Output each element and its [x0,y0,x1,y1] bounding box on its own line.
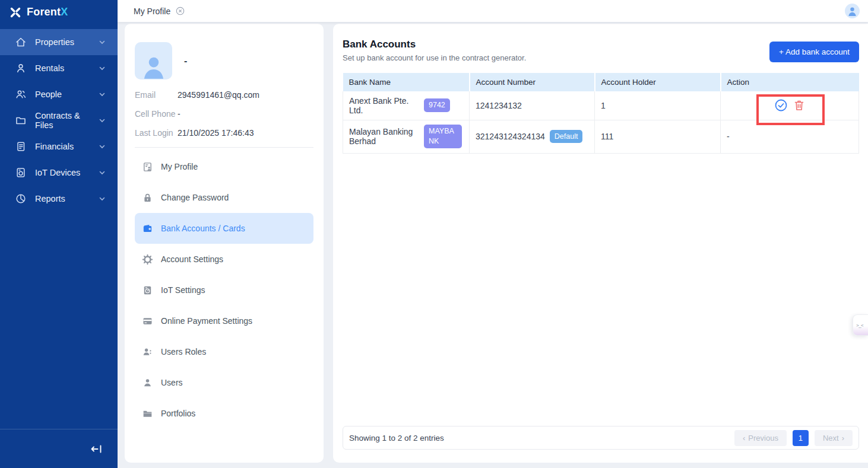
people-icon [15,88,27,100]
person-icon [15,62,27,74]
chevron-down-icon [99,117,106,124]
sidebar-nav: Properties Rentals People Contracts & Fi… [0,29,118,212]
menu-item-bank-accounts-cards[interactable]: Bank Accounts / Cards [135,213,313,244]
cell-account-number: 321243124324134 Default [470,120,595,153]
profile-display-name: - [184,56,187,66]
bank-accounts-table: Bank Name Account Number Account Holder … [343,73,859,154]
menu-item-users[interactable]: Users [135,367,313,398]
brand-name: ForentX [27,6,68,18]
menu-item-change-password[interactable]: Change Password [135,182,313,213]
menu-item-account-settings[interactable]: Account Settings [135,244,313,275]
entries-summary: Showing 1 to 2 of 2 entries [349,434,444,442]
document-icon [15,141,27,152]
profile-field-email: Email 2945991461@qq.com [135,90,313,100]
chevron-right-icon: › [842,434,844,442]
chevron-left-icon: ‹ [743,434,745,442]
plus-icon: + [779,47,784,56]
cell-action [721,91,859,120]
add-bank-account-button[interactable]: + Add bank account [769,42,859,62]
home-icon [15,36,27,48]
column-header-account-holder: Account Holder [595,73,721,91]
column-header-bank-name: Bank Name [343,73,470,91]
chevron-down-icon [99,195,106,202]
menu-item-online-payment-settings[interactable]: Online Payment Settings [135,305,313,336]
sidebar-item-people[interactable]: People [0,81,118,107]
column-header-account-number: Account Number [470,73,595,91]
wallet-icon [142,223,153,234]
cell-bank-name: Anext Bank Pte. Ltd. 9742 [343,91,470,120]
emoticon-face: >_< [856,323,863,328]
delete-trash-icon[interactable] [793,99,805,112]
user-icon [142,377,153,389]
menu-item-portfolios[interactable]: Portfolios [135,398,313,429]
iot-device-icon [15,167,27,179]
menu-item-my-profile[interactable]: My Profile [135,151,313,182]
pie-chart-icon [15,193,27,205]
page-subtitle: Set up bank account for use in the contr… [343,53,526,62]
gear-icon [142,254,153,265]
feedback-widget-tab[interactable]: >_< [853,314,868,336]
user-avatar-icon [140,53,167,79]
table-footer: Showing 1 to 2 of 2 entries ‹ Previous 1… [343,426,859,450]
profile-card-icon [142,161,153,173]
content-area: - Email 2945991461@qq.com Cell Phone - L… [118,22,868,468]
pagination: ‹ Previous 1 Next › [734,430,853,446]
users-roles-icon [142,346,153,358]
sidebar-item-iot-devices[interactable]: IoT Devices [0,160,118,186]
next-page-button[interactable]: Next › [815,430,853,446]
tab-label: My Profile [134,7,170,16]
iot-device-icon [142,285,153,296]
brand-logo-icon [9,7,21,18]
user-avatar[interactable] [845,4,860,18]
chevron-down-icon [99,143,106,150]
chevron-down-icon [99,39,106,46]
profile-field-last-login: Last Login 21/10/2025 17:46:43 [135,128,313,138]
sidebar-item-rentals[interactable]: Rentals [0,55,118,81]
folder-filled-icon [142,408,153,419]
divider [135,147,313,148]
profile-avatar [135,42,172,79]
chevron-down-icon [99,169,106,176]
table-row: Anext Bank Pte. Ltd. 9742 1241234132 1 [343,91,859,120]
sidebar-item-reports[interactable]: Reports [0,186,118,212]
profile-menu: My Profile Change Password Bank Accounts… [135,151,313,429]
sidebar-item-financials[interactable]: Financials [0,133,118,160]
main-area: My Profile - Email 2945991461@qq.com Cel [118,0,868,468]
credit-card-icon [142,316,153,327]
bank-panel-header: Bank Accounts Set up bank account for us… [343,39,859,62]
lock-icon [142,192,153,203]
close-circle-icon[interactable] [176,7,185,15]
page-1-button[interactable]: 1 [793,430,809,446]
sidebar: ForentX Properties Rentals People [0,0,118,468]
user-avatar-icon [847,6,858,16]
collapse-sidebar-icon[interactable] [90,443,103,455]
bank-code-badge: MAYBANK [424,125,462,148]
column-header-action: Action [721,73,859,91]
page-title: Bank Accounts [343,39,526,50]
sidebar-item-contracts-files[interactable]: Contracts & Files [0,107,118,133]
table-row: Malayan Banking Berhad MAYBANK 321243124… [343,120,859,153]
bank-code-badge: 9742 [424,98,450,112]
approve-check-icon[interactable] [774,98,788,112]
menu-item-users-roles[interactable]: Users Roles [135,336,313,367]
brand: ForentX [0,0,118,24]
chevron-down-icon [99,91,106,98]
menu-item-iot-settings[interactable]: IoT Settings [135,275,313,305]
cell-account-holder: 111 [595,120,721,153]
profile-card: - Email 2945991461@qq.com Cell Phone - L… [125,24,324,463]
sidebar-item-properties[interactable]: Properties [0,29,118,55]
cell-action: - [721,120,859,153]
folder-icon [15,114,27,126]
tab-bar: My Profile [118,0,868,22]
table-header-row: Bank Name Account Number Account Holder … [343,73,859,91]
default-badge: Default [550,130,583,144]
chevron-down-icon [99,65,106,72]
tab-my-profile[interactable]: My Profile [134,7,185,16]
cell-bank-name: Malayan Banking Berhad MAYBANK [343,120,470,153]
cell-account-number: 1241234132 [470,91,595,120]
bank-accounts-panel: Bank Accounts Set up bank account for us… [333,24,868,463]
cell-account-holder: 1 [595,91,721,120]
sidebar-footer [0,429,118,468]
previous-page-button[interactable]: ‹ Previous [734,430,787,446]
profile-header: - [135,42,313,79]
